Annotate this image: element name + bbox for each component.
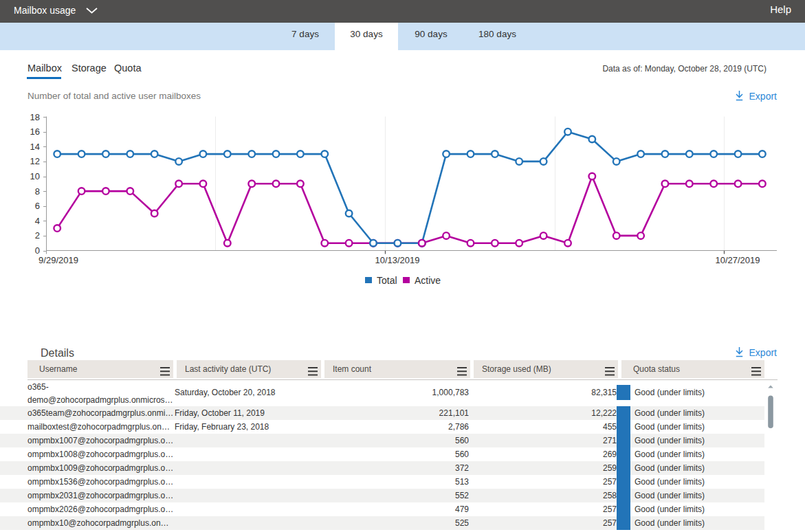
svg-text:16: 16 bbox=[30, 126, 40, 137]
svg-text:10: 10 bbox=[30, 171, 40, 181]
svg-text:10/13/2019: 10/13/2019 bbox=[375, 255, 419, 265]
svg-text:6: 6 bbox=[35, 201, 40, 211]
svg-text:14: 14 bbox=[30, 142, 40, 152]
svg-text:8: 8 bbox=[35, 186, 40, 197]
svg-text:10/27/2019: 10/27/2019 bbox=[715, 255, 760, 265]
svg-text:18: 18 bbox=[30, 112, 40, 122]
svg-text:9/29/2019: 9/29/2019 bbox=[38, 255, 78, 265]
svg-text:12: 12 bbox=[30, 156, 40, 166]
svg-text:2: 2 bbox=[35, 230, 40, 241]
svg-text:4: 4 bbox=[35, 216, 40, 226]
